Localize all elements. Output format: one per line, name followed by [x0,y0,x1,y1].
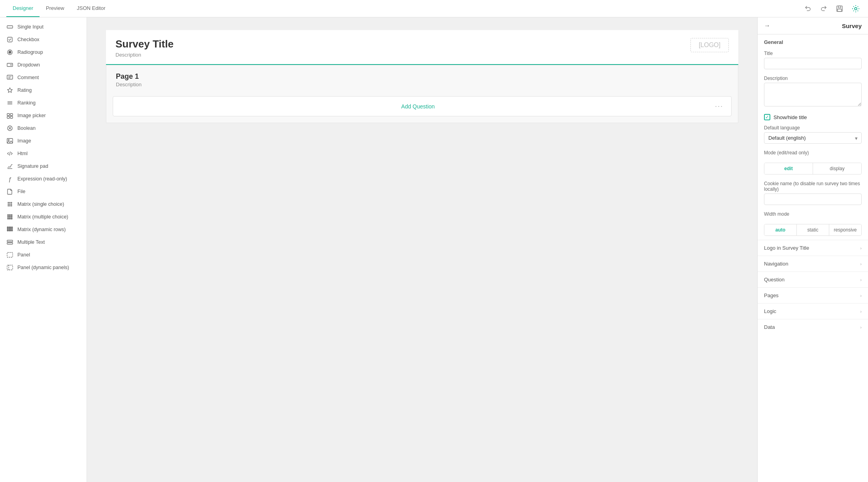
panel-title: Survey [842,23,862,29]
sidebar-item-file[interactable]: File [0,185,87,198]
width-auto-button[interactable]: auto [764,224,797,235]
question-section[interactable]: Question › [758,271,868,287]
mode-toggle-group: edit display [764,163,862,175]
mode-edit-button[interactable]: edit [764,163,813,174]
description-textarea[interactable] [764,83,862,106]
sidebar-item-panel[interactable]: Panel [0,249,87,261]
chevron-right-icon: › [860,293,862,298]
show-hide-title-label: Show/hide title [773,114,807,120]
mode-display-button[interactable]: display [813,163,861,174]
page-description[interactable]: Description [116,82,728,87]
width-mode-toggle-group: auto static responsive [764,224,862,236]
svg-rect-41 [11,216,12,218]
add-question-row[interactable]: Add Question ··· [113,96,732,116]
sidebar-item-signature-pad[interactable]: Signature pad [0,160,87,173]
chevron-right-icon: › [860,246,862,250]
undo-button[interactable] [802,3,813,14]
sidebar-item-ranking[interactable]: Ranking [0,97,87,109]
sidebar-item-comment[interactable]: Comment [0,71,87,84]
default-language-select[interactable]: Default (english) English French German … [764,132,862,144]
sidebar-item-boolean[interactable]: Boolean [0,122,87,135]
logo-survey-title-section[interactable]: Logo in Survey Title › [758,240,868,256]
show-hide-title-checkbox[interactable]: ✓ [764,114,770,120]
tab-designer[interactable]: Designer [6,0,40,17]
svg-point-34 [9,205,10,206]
chevron-right-icon: › [860,277,862,282]
description-label: Description [764,76,862,81]
image-picker-icon [6,112,13,119]
svg-rect-38 [11,214,12,216]
settings-button[interactable] [850,3,862,15]
html-icon [6,150,13,157]
sidebar-item-checkbox[interactable]: Checkbox [0,33,87,46]
svg-point-33 [8,205,9,206]
svg-point-32 [11,204,12,205]
sidebar-item-image[interactable]: Image [0,135,87,147]
tab-preview[interactable]: Preview [40,0,70,17]
svg-marker-12 [8,88,12,93]
svg-rect-53 [7,230,8,231]
cookie-name-input[interactable] [764,194,862,205]
mode-label: Mode (edit/read only) [764,150,862,156]
navigation-section[interactable]: Navigation › [758,256,868,271]
sidebar-item-single-input[interactable]: Single Input [0,21,87,33]
sidebar-item-matrix-single[interactable]: Matrix (single choice) [0,198,87,211]
svg-rect-60 [7,265,13,270]
svg-rect-1 [838,6,841,8]
sidebar-item-html[interactable]: Html [0,147,87,160]
sidebar-item-image-picker[interactable]: Image picker [0,109,87,122]
svg-rect-40 [9,216,11,218]
page-title[interactable]: Page 1 [116,72,728,81]
width-static-button[interactable]: static [797,224,829,235]
svg-rect-59 [7,252,13,257]
panel-collapse-arrow[interactable]: → [764,22,770,29]
survey-logo: [LOGO] [690,38,729,52]
redo-button[interactable] [818,3,829,14]
survey-title[interactable]: Survey Title [115,38,174,50]
sidebar-item-radiogroup[interactable]: Radiogroup [0,46,87,59]
sidebar-item-rating[interactable]: Rating [0,84,87,97]
mode-field: Mode (edit/read only) [758,148,868,161]
svg-point-31 [9,204,10,205]
single-input-icon [6,23,13,30]
panel-dynamic-icon [6,264,13,271]
save-button[interactable] [834,3,845,14]
svg-rect-37 [9,214,11,216]
default-language-label: Default language [764,125,862,131]
svg-point-29 [11,202,12,203]
svg-point-35 [11,205,12,206]
title-field: Title [758,48,868,73]
svg-rect-39 [8,216,9,218]
sidebar-item-expression[interactable]: ƒ Expression (read-only) [0,173,87,185]
svg-point-7 [9,51,11,53]
boolean-icon [6,125,13,132]
sidebar-item-multiple-text[interactable]: Multiple Text [0,236,87,249]
svg-line-25 [9,152,10,156]
data-section[interactable]: Data › [758,319,868,335]
sidebar-item-matrix-multiple[interactable]: Matrix (multiple choice) [0,211,87,223]
pages-section[interactable]: Pages › [758,287,868,303]
description-field: Description [758,73,868,112]
add-question-label[interactable]: Add Question [121,103,715,110]
svg-point-27 [8,202,9,203]
comment-icon [6,74,13,81]
sidebar-item-dropdown[interactable]: Dropdown [0,59,87,71]
rating-icon [6,87,13,94]
title-input[interactable] [764,58,862,69]
chevron-right-icon: › [860,325,862,330]
svg-point-3 [855,8,857,10]
sidebar-item-panel-dynamic[interactable]: Panel (dynamic panels) [0,261,87,274]
survey-container: Survey Title Description [LOGO] Page 1 D… [106,30,738,123]
logic-section[interactable]: Logic › [758,303,868,319]
survey-description[interactable]: Description [115,52,174,58]
add-question-more[interactable]: ··· [715,102,723,110]
svg-rect-4 [7,26,13,28]
radiogroup-icon [6,49,13,56]
width-responsive-button[interactable]: responsive [829,224,861,235]
main-layout: Single Input Checkbox Radiogroup Dropdow… [0,17,868,482]
file-icon [6,188,13,195]
svg-rect-47 [10,227,11,228]
tab-json-editor[interactable]: JSON Editor [70,0,112,17]
svg-rect-36 [8,214,9,216]
sidebar-item-matrix-dynamic[interactable]: Matrix (dynamic rows) [0,223,87,236]
